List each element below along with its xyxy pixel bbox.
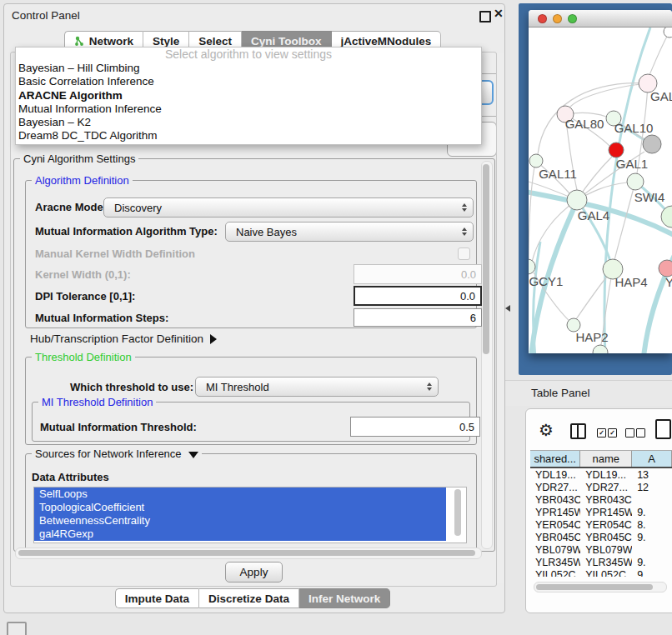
algorithm-option-basic-correlation-inference[interactable]: Basic Correlation Inference — [16, 75, 481, 88]
table-body: YDL19...YDL19...13YDR27...YDR27...12YBR0… — [530, 468, 672, 577]
attributes-scrollbar-thumb[interactable] — [454, 489, 461, 536]
tab-infer-network[interactable]: Infer Network — [299, 588, 390, 608]
table-header-row: shared...nameA — [530, 450, 672, 468]
attribute-item-betweennesscentrality[interactable]: BetweennessCentrality — [34, 514, 446, 528]
node-label-y-partial: Y — [665, 275, 672, 289]
split-view-icon[interactable] — [570, 423, 586, 439]
table-cell: YBL079W — [530, 544, 580, 556]
which-threshold-select[interactable]: MI Threshold — [195, 377, 439, 397]
manual-kernel-checkbox[interactable] — [458, 248, 470, 260]
node-label-gal10: GAL10 — [614, 121, 654, 135]
table-row[interactable]: YIL052CYIL052C9. — [530, 568, 672, 577]
aracne-mode-select[interactable]: Discovery — [103, 198, 474, 218]
sources-title[interactable]: Sources for Network Inference — [32, 448, 202, 460]
network-node-unnamed-top[interactable] — [664, 28, 672, 38]
node-label-gal-top: GAL — [650, 89, 672, 103]
network-node-gal4[interactable] — [567, 190, 587, 210]
table-cell: YDL19... — [580, 469, 632, 481]
panel-scroll-track[interactable] — [496, 53, 504, 583]
aracne-mode-label: Aracne Mode: — [35, 201, 107, 213]
settings-scrollbar-track[interactable] — [481, 161, 493, 549]
unchecked-checkbox-icon[interactable] — [625, 428, 634, 438]
table-row[interactable]: YDL19...YDL19...13 — [530, 468, 672, 481]
table-cell: YBL079W — [580, 544, 632, 556]
close-icon[interactable]: ✕ — [494, 7, 504, 20]
tab-label: Infer Network — [308, 592, 380, 605]
gear-icon[interactable]: ⚙ — [539, 420, 554, 440]
attribute-item-gal4rgexp[interactable]: gal4RGexp — [34, 528, 446, 541]
node-label-gal1: GAL1 — [616, 157, 648, 171]
algorithm-option-dream8-dc-tdc-algorithm[interactable]: Dream8 DC_TDC Algorithm — [16, 129, 481, 142]
which-threshold-label: Which threshold to use: — [70, 381, 193, 393]
new-table-icon[interactable] — [655, 419, 671, 439]
algorithm-definition-title: Algorithm Definition — [32, 174, 133, 187]
settings-scrollbar-thumb[interactable] — [483, 164, 489, 354]
table-hscroll-track[interactable] — [534, 582, 667, 592]
network-node-gray-node[interactable] — [643, 135, 661, 153]
column-header-a[interactable]: A — [632, 451, 672, 467]
tab-impute-data[interactable]: Impute Data — [115, 588, 199, 608]
settings-hscroll-thumb[interactable] — [18, 550, 475, 556]
dpi-tolerance-field[interactable]: 0.0 — [354, 286, 482, 306]
minimized-panel-icon[interactable] — [7, 622, 27, 635]
table-cell: 9. — [632, 569, 672, 578]
minimize-traffic-light-icon[interactable] — [553, 14, 562, 23]
attributes-scrollbar-track[interactable] — [454, 488, 463, 540]
table-hscroll-thumb[interactable] — [536, 584, 653, 590]
aracne-mode-value: Discovery — [114, 202, 162, 214]
panel-title: Control Panel — [12, 9, 80, 22]
table-cell: YDL19... — [530, 469, 580, 481]
close-traffic-light-icon[interactable] — [538, 14, 547, 23]
kernel-width-field[interactable]: 0.0 — [354, 264, 482, 284]
tab-label: Cyni Toolbox — [251, 35, 322, 48]
mi-type-select[interactable]: Naive Bayes — [225, 222, 474, 242]
attribute-item-topologicalcoefficient[interactable]: TopologicalCoefficient — [34, 501, 446, 514]
network-canvas[interactable]: GALGAL80GAL10GAL1GAL11SWI4GAL4GCY1HAP4YH… — [529, 28, 672, 353]
tab-label: Network — [89, 35, 133, 48]
mi-steps-field[interactable]: 6 — [354, 308, 482, 327]
attribute-item-selfloops[interactable]: SelfLoops — [34, 488, 446, 501]
hub-section-toggle[interactable]: Hub/Transcription Factor Definition — [30, 332, 217, 345]
table-cell: YER054C — [530, 519, 580, 531]
table-cell: 13 — [632, 469, 672, 481]
table-cell: YBR045C — [580, 532, 632, 543]
float-window-icon[interactable] — [479, 11, 491, 22]
hub-section-label: Hub/Transcription Factor Definition — [30, 332, 203, 345]
algorithm-dropdown-popup: Select algorithm to view settings Bayesi… — [15, 47, 482, 145]
algorithm-option-mutual-information-inference[interactable]: Mutual Information Inference — [16, 102, 481, 116]
checked-checkbox-icon[interactable]: ✓ — [597, 428, 606, 438]
checked-checkbox-icon[interactable]: ✓ — [608, 428, 617, 438]
network-node-y-partial[interactable] — [659, 260, 672, 277]
zoom-traffic-light-icon[interactable] — [568, 14, 577, 23]
network-node-swi4[interactable] — [661, 206, 672, 228]
table-row[interactable]: YPR145WYPR145W9. — [530, 506, 672, 518]
table-cell: 12 — [632, 482, 672, 493]
node-label-gal4: GAL4 — [578, 208, 609, 222]
mi-threshold-field[interactable]: 0.5 — [350, 417, 480, 437]
column-header-shared[interactable]: shared... — [530, 451, 580, 467]
apply-button[interactable]: Apply — [225, 562, 283, 582]
table-row[interactable]: YBL079WYBL079W — [530, 543, 672, 556]
tab-discretize-data[interactable]: Discretize Data — [199, 588, 299, 608]
algorithm-option-bayesian-hill-climbing[interactable]: Bayesian – Hill Climbing — [16, 62, 481, 75]
network-node-gal1[interactable] — [627, 173, 644, 190]
algorithm-option-bayesian-k2[interactable]: Bayesian – K2 — [16, 116, 481, 129]
table-cell: YIL052C — [530, 569, 580, 578]
table-row[interactable]: YER054CYER054C8. — [530, 518, 672, 531]
node-label-swi4: SWI4 — [634, 190, 665, 204]
network-node-gcy1[interactable] — [529, 259, 535, 274]
network-window-titlebar[interactable] — [529, 10, 672, 28]
column-header-name[interactable]: name — [580, 451, 632, 467]
table-row[interactable]: YBR045CYBR045C9. — [530, 531, 672, 543]
table-row[interactable]: YLR345WYLR345W9. — [530, 556, 672, 568]
settings-hscroll-track[interactable] — [15, 548, 482, 559]
mi-threshold-label: Mutual Information Threshold: — [40, 421, 197, 433]
splitter-collapse-icon[interactable] — [505, 305, 510, 312]
network-node-gal11[interactable] — [529, 154, 543, 168]
table-row[interactable]: YBR043CYBR043C — [530, 493, 672, 506]
algorithm-option-aracne-algorithm[interactable]: ARACNE Algorithm — [16, 89, 481, 102]
network-node-selected-red[interactable] — [609, 142, 624, 158]
unchecked-checkbox-icon[interactable] — [636, 428, 645, 438]
table-row[interactable]: YDR27...YDR27...12 — [530, 481, 672, 493]
tab-label: jActiveMNodules — [341, 35, 432, 48]
